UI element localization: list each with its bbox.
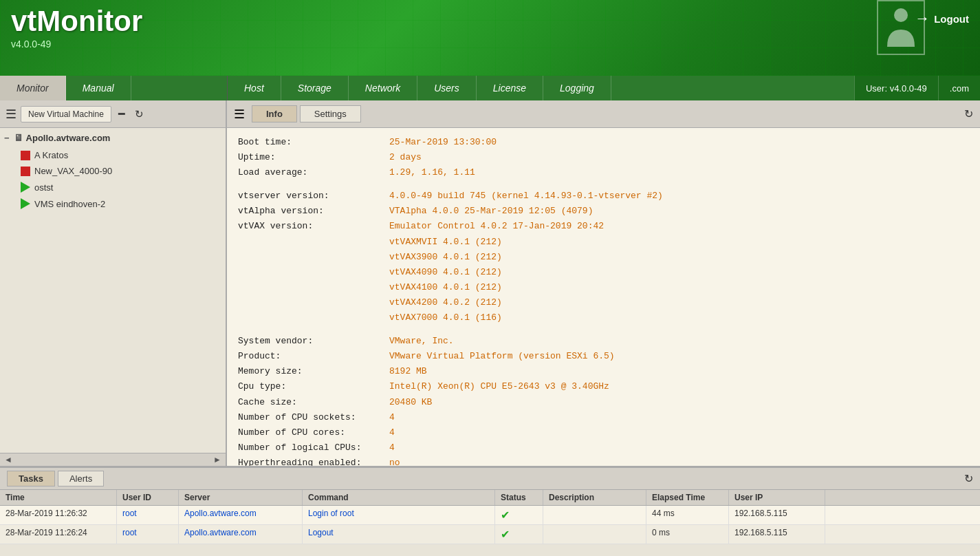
content-area: ☰ Info Settings ↻ Boot time: 25-Mar-2019… (227, 100, 980, 466)
info-cache: Cache size: 20480 KB (238, 395, 969, 410)
vm-name-kratos: A Kratos (34, 150, 68, 160)
content-toolbar: ☰ Info Settings ↻ (227, 100, 980, 128)
col-userip: User IP (729, 490, 825, 505)
tab-logging[interactable]: Logging (543, 76, 611, 100)
tab-users[interactable]: Users (417, 76, 477, 100)
info-vtvax-detail-3: vtVAX4090 4.0.1 (212) (389, 265, 969, 280)
cell-status-1: ✔ (495, 506, 543, 524)
tab-info[interactable]: Info (252, 105, 297, 122)
sidebar-toolbar: ☰ New Virtual Machine ━ ↻ (0, 100, 226, 128)
tab-license[interactable]: License (477, 76, 543, 100)
vm-item-new-vax[interactable]: New_VAX_4000-90 (0, 163, 226, 179)
logout-button[interactable]: → Logout (915, 10, 969, 28)
cell-desc-1 (543, 506, 646, 524)
info-vtvax-detail-5: vtVAX4200 4.0.2 (212) (389, 295, 969, 310)
info-vtvax-detail-1: vtVAXMVII 4.0.1 (212) (389, 235, 969, 250)
vm-stopped-icon (21, 167, 30, 176)
server-node[interactable]: − 🖥 Apollo.avtware.com (0, 128, 226, 147)
cell-command-1: Login of root (303, 506, 495, 524)
content-menu-icon[interactable]: ☰ (234, 107, 245, 122)
tab-monitor[interactable]: Monitor (0, 76, 66, 100)
left-nav-tabs: Monitor Manual (0, 76, 227, 100)
app-version: v4.0.0-49 (11, 39, 142, 50)
info-vtvax-detail-4: vtVAX4100 4.0.1 (212) (389, 280, 969, 295)
info-cpu-sockets: Number of CPU sockets: 4 (238, 410, 969, 425)
app-title: vtMonitor (11, 7, 142, 36)
info-vtserver: vtserver version: 4.0.0-49 build 745 (ke… (238, 189, 969, 204)
table-row: 28-Mar-2019 11:26:24 root Apollo.avtware… (0, 525, 980, 544)
tab-settings[interactable]: Settings (300, 105, 361, 122)
person-icon (877, 0, 925, 55)
vm-running-icon (21, 182, 30, 193)
logout-label: Logout (934, 13, 969, 25)
cell-ip-1: 192.168.5.115 (729, 506, 825, 524)
info-cpu-type: Cpu type: Intel(R) Xeon(R) CPU E5-2643 v… (238, 379, 969, 394)
domain-info: .com (938, 76, 980, 100)
vm-name-new-vax: New_VAX_4000-90 (34, 166, 112, 176)
refresh-sidebar-icon[interactable]: ↻ (132, 107, 146, 122)
header-grid-pattern (0, 0, 980, 76)
collapse-icon[interactable]: − (4, 133, 10, 143)
cell-command-2: Logout (303, 525, 495, 544)
right-nav-tabs: Host Storage Network Users License Loggi… (227, 76, 980, 100)
main-layout: ☰ New Virtual Machine ━ ↻ − 🖥 Apollo.avt… (0, 100, 980, 467)
info-cpu-logical: Number of logical CPUs: 4 (238, 440, 969, 456)
tab-storage[interactable]: Storage (281, 76, 349, 100)
vm-stopped-icon (21, 151, 30, 160)
info-vtvax-detail-2: vtVAX3900 4.0.1 (212) (389, 250, 969, 265)
vm-item-vms-eindhoven[interactable]: VMS eindhoven-2 (0, 195, 226, 212)
info-vtvax: vtVAX version: Emulator Control 4.0.2 17… (238, 219, 969, 234)
col-elapsed: Elapsed Time (646, 490, 729, 505)
info-uptime: Uptime: 2 days (238, 150, 969, 165)
info-load-avg: Load average: 1.29, 1.16, 1.11 (238, 165, 969, 180)
scroll-left-arrow[interactable]: ◄ (4, 455, 12, 464)
cell-server-2: Apollo.avtware.com (179, 525, 303, 544)
info-vendor: System vendor: VMware, Inc. (238, 334, 969, 349)
tab-network[interactable]: Network (349, 76, 417, 100)
tab-host[interactable]: Host (228, 76, 281, 100)
top-navigation: Monitor Manual Host Storage Network User… (0, 76, 980, 100)
bottom-panel: Tasks Alerts ↻ Time User ID Server Comma… (0, 467, 980, 556)
sidebar-menu-icon[interactable]: ☰ (6, 107, 17, 122)
info-content: Boot time: 25-Mar-2019 13:30:00 Uptime: … (227, 128, 980, 466)
sidebar: ☰ New Virtual Machine ━ ↻ − 🖥 Apollo.avt… (0, 100, 227, 466)
cell-time-2: 28-Mar-2019 11:26:24 (0, 525, 117, 544)
cell-ip-2: 192.168.5.115 (729, 525, 825, 544)
vm-item-ostst[interactable]: ostst (0, 179, 226, 195)
user-info: User: v4.0.0-49 (854, 76, 938, 100)
cell-elapsed-2: 0 ms (646, 525, 729, 544)
sidebar-content: − 🖥 Apollo.avtware.com A Kratos New_VAX_… (0, 128, 226, 453)
tab-alerts[interactable]: Alerts (58, 471, 104, 486)
table-body: 28-Mar-2019 11:26:32 root Apollo.avtware… (0, 506, 980, 544)
info-product: Product: VMware Virtual Platform (versio… (238, 349, 969, 364)
refresh-bottom-icon[interactable]: ↻ (964, 472, 973, 485)
new-vm-button[interactable]: New Virtual Machine (21, 106, 111, 122)
col-description: Description (543, 490, 646, 505)
vm-item-kratos[interactable]: A Kratos (0, 147, 226, 163)
info-boot-time: Boot time: 25-Mar-2019 13:30:00 (238, 135, 969, 150)
cell-status-2: ✔ (495, 525, 543, 544)
info-cpu-cores: Number of CPU cores: 4 (238, 425, 969, 440)
table-row: 28-Mar-2019 11:26:32 root Apollo.avtware… (0, 506, 980, 525)
col-command: Command (303, 490, 495, 505)
bottom-tabs: Tasks Alerts (7, 471, 104, 486)
col-userid: User ID (117, 490, 179, 505)
cell-desc-2 (543, 525, 646, 544)
svg-point-0 (894, 8, 908, 22)
col-status: Status (495, 490, 543, 505)
vm-running-icon (21, 198, 30, 209)
info-hyperthreading: Hyperthreading enabled: no (238, 456, 969, 466)
bottom-table: Time User ID Server Command Status Descr… (0, 490, 980, 556)
cell-server-1: Apollo.avtware.com (179, 506, 303, 524)
bottom-toolbar: Tasks Alerts ↻ (0, 468, 980, 490)
tab-manual[interactable]: Manual (66, 76, 131, 100)
table-header: Time User ID Server Command Status Descr… (0, 490, 980, 506)
minimize-icon[interactable]: ━ (116, 106, 128, 122)
cell-userid-2: root (117, 525, 179, 544)
info-vtvax-detail-6: vtVAX7000 4.0.1 (116) (389, 310, 969, 325)
server-icon: 🖥 (14, 132, 23, 143)
tab-tasks[interactable]: Tasks (7, 471, 55, 486)
scroll-right-arrow[interactable]: ► (213, 455, 221, 464)
refresh-content-icon[interactable]: ↻ (964, 107, 973, 120)
content-tabs: Info Settings (252, 105, 361, 122)
